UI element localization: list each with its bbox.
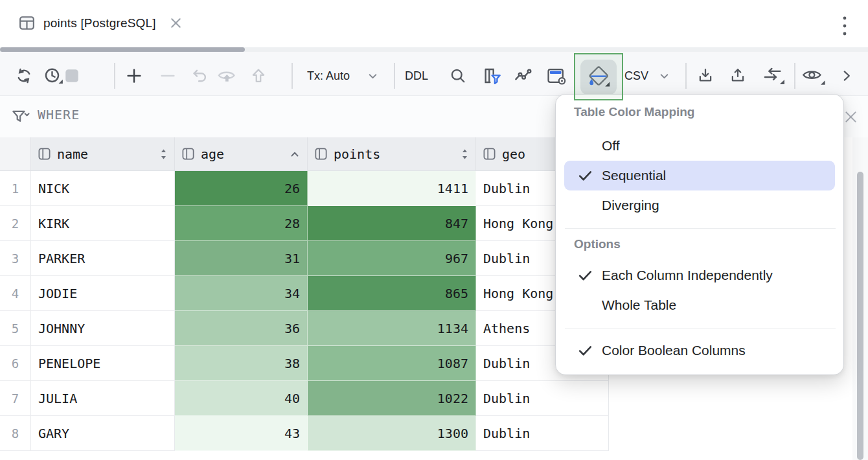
column-icon (181, 147, 195, 161)
table-row[interactable]: 8 GARY 43 1300 Dublin (0, 416, 609, 451)
cell-points[interactable]: 865 (308, 276, 476, 311)
cell-points[interactable]: 967 (308, 241, 476, 276)
cell-name[interactable]: PENELOPE (31, 346, 175, 381)
cell-name[interactable]: JODIE (31, 276, 175, 311)
column-header-age[interactable]: age (175, 137, 308, 171)
format-selector[interactable]: CSV (624, 67, 648, 84)
menu-item-whole-table[interactable]: Whole Table (556, 290, 845, 320)
cell-age[interactable]: 34 (175, 276, 308, 311)
more-options-kebab-icon[interactable] (837, 16, 852, 38)
chevron-down-icon[interactable] (656, 65, 672, 87)
tab-close-icon[interactable] (169, 16, 183, 30)
checkmark-icon (577, 343, 593, 359)
menu-item-each-column-independently[interactable]: Each Column Independently (556, 260, 845, 290)
cell-name[interactable]: GARY (31, 416, 175, 451)
cell-name[interactable]: PARKER (31, 241, 175, 276)
menu-item-diverging[interactable]: Diverging (556, 190, 845, 220)
column-icon (483, 147, 496, 161)
sort-both-icon[interactable] (461, 148, 469, 161)
ddl-button[interactable]: DDL (405, 67, 428, 84)
delete-row-icon[interactable] (157, 65, 179, 87)
row-number: 5 (0, 311, 31, 346)
cell-age[interactable]: 43 (175, 416, 308, 451)
cell-name[interactable]: NICK (31, 171, 175, 206)
menu-item-color-boolean-columns[interactable]: Color Boolean Columns (556, 336, 845, 365)
table-row[interactable]: 1 NICK 26 1411 Dublin (0, 171, 609, 206)
filter-columns-icon[interactable] (481, 65, 503, 87)
cell-age[interactable]: 28 (175, 206, 308, 241)
eye-icon[interactable] (799, 65, 828, 87)
stop-icon[interactable] (61, 65, 83, 87)
where-clause-label[interactable]: WHERE (38, 107, 80, 122)
menu-item-label: Diverging (602, 198, 659, 213)
menu-separator (565, 228, 836, 229)
upload-icon[interactable] (727, 65, 749, 87)
color-mapping-icon[interactable] (583, 62, 614, 92)
search-icon[interactable] (447, 65, 469, 87)
cell-points[interactable]: 1300 (308, 416, 476, 451)
ddl-label: DDL (405, 69, 428, 83)
checkmark-icon (577, 268, 593, 284)
sort-both-icon[interactable] (159, 148, 168, 161)
table-row[interactable]: 4 JODIE 34 865 Hong Kong (0, 276, 609, 311)
table-row[interactable]: 5 JOHNNY 36 1134 Athens (0, 311, 609, 346)
table-row[interactable]: 6 PENELOPE 38 1087 Dublin (0, 346, 609, 381)
cell-name[interactable]: JULIA (31, 381, 175, 416)
horizontal-scrollbar-thumb[interactable] (0, 47, 245, 52)
menu-item-off[interactable]: Off (556, 131, 845, 161)
cell-points[interactable]: 1087 (308, 346, 476, 381)
undo-icon[interactable] (189, 65, 211, 87)
row-number: 6 (0, 346, 31, 381)
cell-age[interactable]: 36 (175, 311, 308, 346)
cell-points[interactable]: 1411 (308, 171, 476, 206)
cell-name[interactable]: KIRK (31, 206, 175, 241)
column-icon (314, 147, 328, 161)
cell-age[interactable]: 26 (175, 171, 308, 206)
table-view-icon[interactable] (545, 65, 567, 87)
column-label: points (334, 146, 380, 162)
download-icon[interactable] (694, 65, 716, 87)
row-number: 8 (0, 416, 31, 451)
vertical-scrollbar-thumb[interactable] (857, 172, 863, 460)
chevron-down-icon[interactable] (364, 65, 381, 87)
toolbar-divider (394, 63, 395, 89)
column-label: name (57, 146, 88, 162)
menu-item-label: Off (602, 138, 620, 154)
data-grid: name age points g (0, 137, 609, 451)
filter-funnel-icon[interactable] (10, 108, 30, 126)
sort-ascending-icon[interactable] (289, 148, 301, 160)
tx-mode-label: Tx: Auto (307, 69, 350, 83)
menu-item-label: Whole Table (602, 297, 676, 313)
table-row[interactable]: 3 PARKER 31 967 Dublin (0, 241, 609, 276)
cell-age[interactable]: 40 (175, 381, 308, 416)
add-row-icon[interactable] (123, 65, 145, 87)
column-header-name[interactable]: name (31, 137, 175, 171)
refresh-icon[interactable] (13, 65, 35, 87)
menu-item-label: Color Boolean Columns (602, 343, 746, 358)
filter-close-icon[interactable] (843, 109, 858, 124)
horizontal-scrollbar-track[interactable] (0, 47, 868, 52)
cell-geo[interactable]: Dublin (476, 381, 609, 416)
preview-changes-icon[interactable] (216, 65, 238, 87)
column-header-points[interactable]: points (308, 137, 476, 171)
table-row[interactable]: 2 KIRK 28 847 Hong Kong (0, 206, 609, 241)
row-number: 2 (0, 206, 31, 241)
cell-points[interactable]: 1022 (308, 381, 476, 416)
cell-age[interactable]: 38 (175, 346, 308, 381)
cell-geo[interactable]: Dublin (476, 416, 609, 451)
tx-mode-selector[interactable]: Tx: Auto (307, 67, 350, 84)
menu-separator (565, 328, 836, 328)
submit-icon[interactable] (247, 65, 269, 87)
chart-icon[interactable] (512, 65, 534, 87)
tab-points-postgresql[interactable]: points [PostgreSQL] (18, 14, 183, 32)
menu-item-sequential[interactable]: Sequential (556, 161, 845, 190)
row-number: 3 (0, 241, 31, 276)
table-row[interactable]: 7 JULIA 40 1022 Dublin (0, 381, 609, 416)
column-icon (38, 147, 51, 161)
cell-name[interactable]: JOHNNY (31, 311, 175, 346)
cell-points[interactable]: 847 (308, 206, 476, 241)
cell-points[interactable]: 1134 (308, 311, 476, 346)
cell-age[interactable]: 31 (175, 241, 308, 276)
chevron-right-icon[interactable] (837, 65, 856, 87)
compare-icon[interactable] (759, 65, 788, 87)
